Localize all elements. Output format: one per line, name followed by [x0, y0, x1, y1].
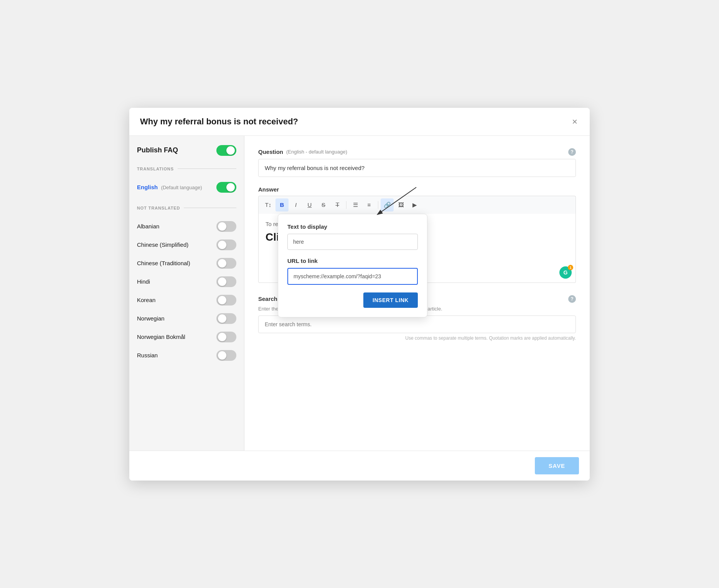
toolbar-unordered-list-button[interactable]: ≡ — [363, 198, 376, 211]
language-row-norwegian-bokmal: Norwegian Bokmål — [137, 328, 236, 346]
toolbar-underline-button[interactable]: U — [303, 198, 316, 211]
toolbar-italic-button[interactable]: I — [289, 198, 302, 211]
question-input[interactable] — [258, 159, 576, 177]
language-name-english: English (Default language) — [137, 184, 202, 191]
language-row-russian: Russian — [137, 346, 236, 365]
answer-label: Answer — [258, 186, 576, 193]
question-field-label: Question (English - default language) ? — [258, 148, 576, 156]
korean-toggle[interactable] — [216, 295, 236, 306]
search-hint: Use commas to separate multiple terms. Q… — [258, 335, 576, 341]
norwegian-bokmal-toggle[interactable] — [216, 332, 236, 342]
modal-title: Why my referral bonus is not received? — [140, 117, 298, 127]
english-toggle[interactable] — [216, 182, 236, 193]
search-terms-help-icon[interactable]: ? — [568, 295, 576, 303]
publish-toggle[interactable] — [216, 145, 236, 156]
language-row-hindi: Hindi — [137, 273, 236, 291]
toolbar-video-button[interactable]: ▶ — [408, 198, 421, 211]
search-terms-input[interactable] — [258, 315, 576, 333]
language-row-english: English (Default language) — [137, 178, 236, 197]
translations-section-header: TRANSLATIONS — [137, 167, 236, 171]
toolbar-text-style-button[interactable]: T↕ — [262, 198, 275, 211]
link-popup: Text to display URL to link INSERT LINK — [278, 214, 427, 317]
sidebar: Publish FAQ TRANSLATIONS English (Defaul… — [129, 136, 244, 451]
norwegian-toggle[interactable] — [216, 313, 236, 324]
popup-text-label: Text to display — [287, 223, 418, 230]
editor-toolbar: T↕ B I U S T̶ ☰ ≡ 🔗 🖼 ▶ — [258, 196, 576, 214]
translations-divider-line — [178, 168, 236, 169]
hindi-toggle[interactable] — [216, 276, 236, 287]
toolbar-separator-2 — [378, 201, 378, 209]
chinese-traditional-toggle[interactable] — [216, 258, 236, 269]
language-row-albanian: Albanian — [137, 217, 236, 236]
toolbar-bold-button[interactable]: B — [275, 198, 289, 211]
popup-text-input[interactable] — [287, 234, 418, 250]
not-translated-section-header: NOT TRANSLATED — [137, 206, 236, 210]
toolbar-link-button[interactable]: 🔗 — [381, 198, 394, 211]
grammarly-icon[interactable]: G 1 — [559, 266, 572, 279]
language-row-chinese-traditional: Chinese (Traditional) — [137, 254, 236, 273]
grammarly-badge: 1 — [568, 265, 573, 270]
main-content: Question (English - default language) ? … — [244, 136, 590, 451]
modal-header: Why my referral bonus is not received? × — [129, 108, 590, 136]
close-button[interactable]: × — [571, 116, 579, 128]
toolbar-image-button[interactable]: 🖼 — [394, 198, 407, 211]
modal: Why my referral bonus is not received? ×… — [129, 108, 590, 481]
save-button[interactable]: SAVE — [535, 457, 579, 474]
russian-toggle[interactable] — [216, 350, 236, 361]
popup-url-input[interactable] — [287, 268, 418, 285]
toolbar-clear-format-button[interactable]: T̶ — [331, 198, 344, 211]
language-row-norwegian: Norwegian — [137, 309, 236, 328]
language-row-chinese-simplified: Chinese (Simplified) — [137, 236, 236, 254]
popup-url-label: URL to link — [287, 258, 418, 264]
language-row-korean: Korean — [137, 291, 236, 309]
editor-area[interactable]: To rec……………r referral link. Click here t… — [258, 214, 576, 283]
toolbar-separator-1 — [346, 201, 346, 209]
modal-body: Publish FAQ TRANSLATIONS English (Defaul… — [129, 136, 590, 451]
insert-link-button[interactable]: INSERT LINK — [363, 292, 418, 308]
not-translated-label: NOT TRANSLATED — [137, 206, 184, 210]
albanian-toggle[interactable] — [216, 221, 236, 232]
translations-label: TRANSLATIONS — [137, 167, 178, 171]
toolbar-strikethrough-button[interactable]: S — [317, 198, 330, 211]
modal-footer: SAVE — [129, 451, 590, 481]
toolbar-ordered-list-button[interactable]: ☰ — [349, 198, 362, 211]
publish-row: Publish FAQ — [137, 145, 236, 156]
publish-label: Publish FAQ — [137, 146, 178, 154]
not-translated-section: NOT TRANSLATED Albanian Chinese (Simplif… — [137, 206, 236, 365]
not-translated-divider-line — [184, 208, 236, 208]
question-help-icon[interactable]: ? — [568, 148, 576, 156]
chinese-simplified-toggle[interactable] — [216, 239, 236, 250]
